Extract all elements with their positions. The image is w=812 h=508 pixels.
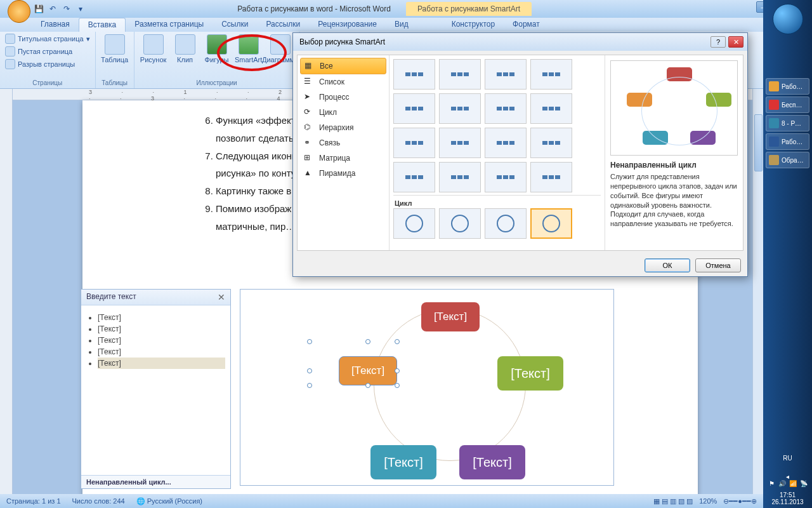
text-pane-list[interactable]: [Текст] [Текст] [Текст] [Текст] [Текст] — [81, 305, 230, 475]
category-pyramid[interactable]: ▲Пирамида — [300, 166, 386, 181]
table-button[interactable]: Таблица — [100, 33, 130, 65]
tray-flag-icon[interactable]: ⚑ — [767, 480, 776, 489]
start-button[interactable] — [773, 4, 803, 34]
tab-home[interactable]: Главная — [32, 18, 79, 32]
dialog-titlebar[interactable]: Выбор рисунка SmartArt ? ✕ — [293, 33, 747, 51]
selection-handle[interactable] — [307, 368, 312, 373]
chart-button[interactable]: Диаграмма — [265, 33, 296, 65]
smartart-node[interactable]: [Текст] — [497, 356, 563, 391]
text-pane-item[interactable]: [Текст] — [98, 323, 225, 335]
save-icon[interactable]: 💾 — [33, 3, 44, 15]
dialog-close-button[interactable]: ✕ — [728, 36, 743, 48]
tray-wifi-icon[interactable]: 📡 — [799, 480, 808, 489]
shapes-button[interactable]: Фигуры — [202, 33, 232, 65]
category-all[interactable]: ▦Все — [300, 58, 386, 74]
text-pane-item[interactable]: [Текст] — [98, 358, 225, 369]
layout-thumbnail[interactable] — [530, 128, 572, 158]
layout-thumbnail[interactable] — [485, 162, 527, 192]
layout-thumbnail[interactable] — [439, 93, 481, 124]
tab-review[interactable]: Рецензирование — [309, 18, 386, 32]
taskbar-item[interactable]: Обра… — [766, 152, 809, 168]
blank-page-button[interactable]: Пустая страница — [4, 46, 74, 57]
tray-volume-icon[interactable]: 🔊 — [778, 480, 787, 489]
vertical-scrollbar[interactable] — [752, 89, 763, 494]
tab-view[interactable]: Вид — [386, 18, 417, 32]
tab-page-layout[interactable]: Разметка страницы — [126, 18, 213, 32]
tab-format[interactable]: Формат — [504, 18, 549, 32]
status-lang[interactable]: 🌐 Русский (Россия) — [136, 497, 202, 505]
taskbar-item[interactable]: Бесп… — [766, 97, 809, 113]
smartart-node[interactable]: [Текст] — [339, 356, 397, 385]
tab-design[interactable]: Конструктор — [443, 18, 504, 32]
taskbar-item[interactable]: Рабо… — [766, 133, 809, 150]
zoom-slider[interactable]: ⊖━━●━━⊕ — [723, 497, 757, 505]
taskbar-item[interactable]: 8 - Р… — [766, 115, 809, 131]
status-words[interactable]: Число слов: 244 — [72, 497, 125, 505]
smartart-node[interactable]: [Текст] — [459, 445, 525, 479]
tab-insert[interactable]: Вставка — [79, 18, 126, 32]
tray-lang[interactable]: RU — [766, 455, 809, 462]
layout-thumbnail[interactable] — [530, 93, 572, 124]
layout-thumbnail[interactable] — [439, 59, 481, 90]
text-pane-item[interactable]: [Текст] — [98, 335, 225, 346]
selection-handle[interactable] — [307, 339, 312, 344]
selection-handle[interactable] — [395, 339, 400, 344]
layout-thumbnail[interactable] — [439, 128, 481, 158]
office-button[interactable] — [8, 0, 30, 23]
category-matrix[interactable]: ⊞Матрица — [300, 150, 386, 166]
page-break-button[interactable]: Разрыв страницы — [4, 58, 76, 70]
selection-handle[interactable] — [395, 368, 400, 373]
tray-expand-icon[interactable]: ◂ — [766, 473, 809, 480]
tab-references[interactable]: Ссылки — [213, 18, 257, 32]
clip-button[interactable]: Клип — [170, 33, 200, 65]
layout-thumbnail[interactable] — [393, 93, 435, 124]
selection-handle[interactable] — [307, 383, 312, 388]
selection-handle[interactable] — [395, 383, 400, 388]
text-pane-item[interactable]: [Текст] — [98, 312, 225, 323]
status-page[interactable]: Страница: 1 из 1 — [6, 497, 61, 505]
cover-page-button[interactable]: Титульная страница ▾ — [4, 33, 91, 44]
picture-button[interactable]: Рисунок — [138, 33, 169, 65]
undo-icon[interactable]: ↶ — [47, 3, 58, 15]
layout-thumbnail[interactable] — [485, 59, 527, 90]
qat-menu-icon[interactable]: ▾ — [75, 3, 86, 15]
category-hierarchy[interactable]: ⌬Иерархия — [300, 120, 386, 135]
layout-gallery[interactable]: Цикл — [390, 55, 605, 250]
smartart-node[interactable]: [Текст] — [370, 445, 436, 479]
smartart-button[interactable]: SmartArt — [233, 33, 264, 65]
dialog-help-button[interactable]: ? — [710, 36, 726, 48]
layout-thumbnail[interactable] — [439, 208, 481, 239]
layout-thumbnail[interactable] — [439, 162, 481, 192]
scrollbar-thumb[interactable] — [754, 114, 763, 171]
tray-date[interactable]: 26.11.2013 — [766, 498, 809, 505]
category-process[interactable]: ➤Процесс — [300, 90, 386, 105]
layout-thumbnail[interactable] — [530, 162, 572, 192]
category-list-item[interactable]: ☰Список — [300, 74, 386, 90]
layout-thumbnail[interactable] — [393, 128, 435, 158]
view-buttons[interactable]: ▦ ▤ ▥ ▧ ▨ — [653, 497, 693, 505]
smartart-node[interactable]: [Текст] — [421, 302, 480, 331]
ok-button[interactable]: ОК — [645, 258, 690, 272]
layout-thumbnail[interactable] — [393, 208, 435, 239]
layout-thumbnail[interactable] — [530, 208, 572, 239]
layout-thumbnail[interactable] — [530, 59, 572, 90]
status-zoom[interactable]: 120% — [699, 497, 717, 505]
redo-icon[interactable]: ↷ — [61, 3, 72, 15]
category-cycle[interactable]: ⟳Цикл — [300, 105, 386, 120]
tray-network-icon[interactable]: 📶 — [789, 480, 797, 489]
category-relationship[interactable]: ⚭Связь — [300, 135, 386, 150]
taskbar-item[interactable]: Рабо… — [766, 78, 809, 95]
text-pane-close-icon[interactable]: ✕ — [218, 292, 225, 302]
text-pane-item[interactable]: [Текст] — [98, 346, 225, 358]
cancel-button[interactable]: Отмена — [695, 258, 741, 272]
tray-time[interactable]: 17:51 — [766, 491, 809, 498]
smartart-canvas[interactable]: [Текст][Текст][Текст][Текст][Текст] — [240, 289, 614, 486]
selection-handle[interactable] — [365, 339, 370, 344]
layout-thumbnail[interactable] — [485, 93, 527, 124]
layout-thumbnail[interactable] — [393, 59, 435, 90]
layout-thumbnail[interactable] — [393, 162, 435, 192]
layout-thumbnail[interactable] — [485, 128, 527, 158]
selection-handle[interactable] — [365, 383, 370, 388]
tab-mailings[interactable]: Рассылки — [257, 18, 309, 32]
layout-thumbnail[interactable] — [485, 208, 527, 239]
